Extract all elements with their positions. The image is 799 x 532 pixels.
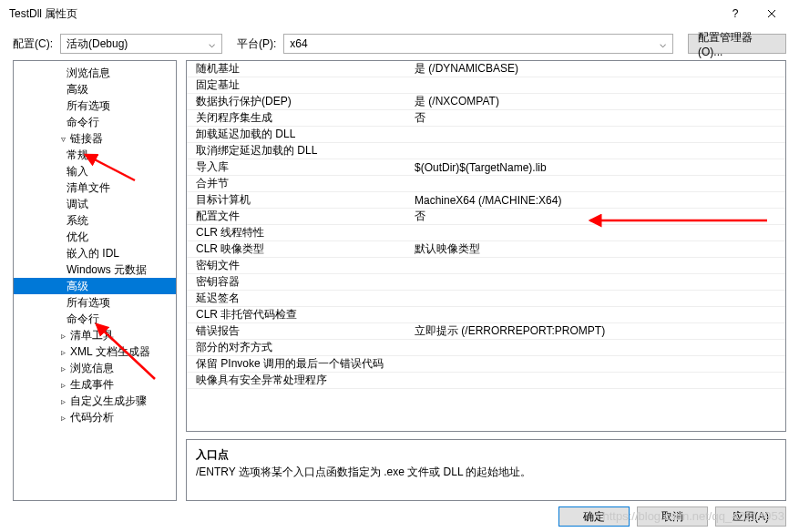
property-row[interactable]: 关闭程序集生成否 <box>187 110 785 127</box>
property-label: 保留 PInvoke 调用的最后一个错误代码 <box>187 356 411 372</box>
property-label: 配置文件 <box>187 209 411 224</box>
tree-item[interactable]: ▹XML 文档生成器 <box>14 343 176 360</box>
property-row[interactable]: 映像具有安全异常处理程序 <box>187 373 785 389</box>
config-label: 配置(C): <box>13 36 53 52</box>
platform-label: 平台(P): <box>237 36 276 52</box>
property-row[interactable]: 合并节 <box>187 176 785 192</box>
tree-item-label: 优化 <box>67 230 88 245</box>
category-tree[interactable]: 浏览信息高级所有选项命令行▿链接器常规输入清单文件调试系统优化嵌入的 IDLWi… <box>13 60 177 501</box>
tree-item[interactable]: 常规 <box>14 147 176 163</box>
property-label: 数据执行保护(DEP) <box>187 94 411 109</box>
property-row[interactable]: CLR 线程特性 <box>187 225 785 241</box>
property-value: 否 <box>411 110 785 126</box>
tree-item[interactable]: ▿链接器 <box>14 130 176 147</box>
property-label: 关闭程序集生成 <box>187 110 411 126</box>
property-value: $(OutDir)$(TargetName).lib <box>411 161 785 174</box>
tree-item[interactable]: 浏览信息 <box>14 65 176 81</box>
property-value: 是 (/DYNAMICBASE) <box>411 61 785 77</box>
property-row[interactable]: 目标计算机MachineX64 (/MACHINE:X64) <box>187 192 785 209</box>
property-row[interactable]: 保留 PInvoke 调用的最后一个错误代码 <box>187 356 785 373</box>
tree-item[interactable]: Windows 元数据 <box>14 261 176 278</box>
tree-item[interactable]: 高级 <box>14 81 176 97</box>
property-row[interactable]: 取消绑定延迟加载的 DLL <box>187 143 785 159</box>
tree-item-label: 所有选项 <box>67 295 110 311</box>
tree-item[interactable]: 嵌入的 IDL <box>14 245 176 261</box>
close-button[interactable] <box>753 0 790 27</box>
property-value: 立即提示 (/ERRORREPORT:PROMPT) <box>411 323 785 339</box>
property-row[interactable]: 数据执行保护(DEP)是 (/NXCOMPAT) <box>187 94 785 110</box>
property-label: 密钥容器 <box>187 274 411 290</box>
tree-item[interactable]: 系统 <box>14 212 176 229</box>
property-label: 导入库 <box>187 159 411 175</box>
property-value: 默认映像类型 <box>411 241 785 257</box>
expander-closed-icon: ▹ <box>57 347 68 357</box>
property-row[interactable]: 延迟签名 <box>187 291 785 307</box>
tree-item-label: 调试 <box>67 197 88 212</box>
property-grid[interactable]: 随机基址是 (/DYNAMICBASE)固定基址数据执行保护(DEP)是 (/N… <box>186 60 786 432</box>
chevron-down-icon: ⌵ <box>658 37 667 50</box>
close-icon <box>767 9 776 18</box>
tree-item[interactable]: ▹浏览信息 <box>14 360 176 376</box>
tree-item-label: Windows 元数据 <box>67 262 147 278</box>
ok-button[interactable]: 确定 <box>558 506 630 527</box>
property-row[interactable]: 配置文件否 <box>187 209 785 225</box>
tree-item-label: 浏览信息 <box>70 361 114 376</box>
tree-item[interactable]: 优化 <box>14 229 176 245</box>
property-row[interactable]: 部分的对齐方式 <box>187 340 785 356</box>
expander-closed-icon: ▹ <box>57 396 68 406</box>
tree-item-label: 代码分析 <box>70 410 114 425</box>
property-value: MachineX64 (/MACHINE:X64) <box>411 194 785 207</box>
property-row[interactable]: CLR 映像类型默认映像类型 <box>187 241 785 258</box>
expander-closed-icon: ▹ <box>57 363 68 373</box>
description-panel: 入口点 /ENTRY 选项将某个入口点函数指定为 .exe 文件或 DLL 的起… <box>186 439 786 501</box>
property-label: 错误报告 <box>187 323 411 339</box>
cancel-button[interactable]: 取消 <box>637 506 708 527</box>
tree-item[interactable]: 清单文件 <box>14 179 176 196</box>
property-row[interactable]: 随机基址是 (/DYNAMICBASE) <box>187 61 785 77</box>
tree-item-label: 所有选项 <box>67 98 110 114</box>
tree-item[interactable]: 输入 <box>14 163 176 179</box>
property-label: 密钥文件 <box>187 258 411 273</box>
property-row[interactable]: 错误报告立即提示 (/ERRORREPORT:PROMPT) <box>187 323 785 340</box>
tree-item[interactable]: 所有选项 <box>14 97 176 114</box>
tree-item[interactable]: 高级 <box>14 278 176 294</box>
platform-combobox[interactable]: x64 ⌵ <box>283 34 673 54</box>
property-label: 固定基址 <box>187 77 411 93</box>
expander-closed-icon: ▹ <box>57 413 68 423</box>
property-row[interactable]: 固定基址 <box>187 77 785 94</box>
property-label: 随机基址 <box>187 61 411 77</box>
property-label: 部分的对齐方式 <box>187 340 411 355</box>
property-label: CLR 线程特性 <box>187 225 411 240</box>
config-combobox[interactable]: 活动(Debug) ⌵ <box>60 34 222 54</box>
property-row[interactable]: 导入库$(OutDir)$(TargetName).lib <box>187 159 785 176</box>
help-button[interactable]: ? <box>717 0 753 27</box>
config-manager-button[interactable]: 配置管理器(O)... <box>688 34 786 54</box>
property-label: 映像具有安全异常处理程序 <box>187 373 411 388</box>
tree-item-label: 链接器 <box>70 131 103 147</box>
tree-item-label: 输入 <box>67 164 88 179</box>
apply-button[interactable]: 应用(A) <box>715 506 786 527</box>
tree-item[interactable]: ▹生成事件 <box>14 376 176 393</box>
window-title: TestDll 属性页 <box>9 6 717 22</box>
titlebar: TestDll 属性页 ? <box>0 0 799 27</box>
tree-item[interactable]: ▹代码分析 <box>14 409 176 425</box>
tree-item[interactable]: 命令行 <box>14 311 176 327</box>
description-body: /ENTRY 选项将某个入口点函数指定为 .exe 文件或 DLL 的起始地址。 <box>196 465 776 480</box>
property-row[interactable]: 密钥文件 <box>187 258 785 274</box>
description-header: 入口点 <box>196 447 776 463</box>
property-row[interactable]: 卸载延迟加载的 DLL <box>187 127 785 143</box>
tree-item[interactable]: 命令行 <box>14 114 176 130</box>
tree-item[interactable]: ▹清单工具 <box>14 327 176 343</box>
tree-item-label: XML 文档生成器 <box>70 344 150 360</box>
property-label: 延迟签名 <box>187 291 411 306</box>
tree-item-label: 高级 <box>67 279 88 294</box>
tree-item-label: 浏览信息 <box>67 66 110 81</box>
tree-item-label: 清单工具 <box>70 328 114 343</box>
property-value: 是 (/NXCOMPAT) <box>411 94 785 109</box>
property-row[interactable]: 密钥容器 <box>187 274 785 291</box>
property-label: 取消绑定延迟加载的 DLL <box>187 143 411 159</box>
tree-item[interactable]: ▹自定义生成步骤 <box>14 393 176 409</box>
tree-item[interactable]: 调试 <box>14 196 176 212</box>
property-row[interactable]: CLR 非托管代码检查 <box>187 307 785 323</box>
tree-item[interactable]: 所有选项 <box>14 294 176 311</box>
